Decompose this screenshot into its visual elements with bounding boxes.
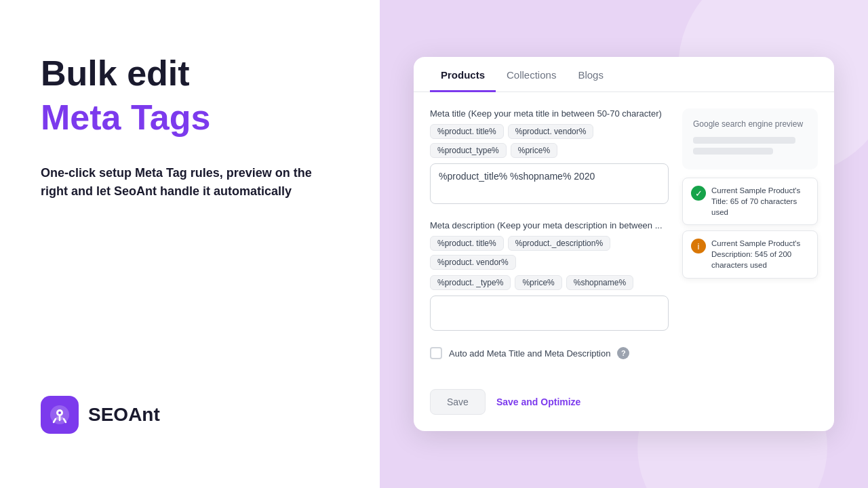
tag-product-type[interactable]: %product_type% xyxy=(430,143,507,158)
meta-title-tags: %product. title% %product. vendor% %prod… xyxy=(430,124,669,158)
description-text: One-click setup Meta Tag rules, preview … xyxy=(41,164,339,201)
tag-price[interactable]: %price% xyxy=(511,143,557,158)
status-text-title: Current Sample Product's Title: 65 of 70… xyxy=(711,185,809,218)
tag-product-title[interactable]: %product. title% xyxy=(430,124,504,139)
save-optimize-button[interactable]: Save and Optimize xyxy=(496,390,580,414)
tab-collections[interactable]: Collections xyxy=(496,57,567,92)
tag-desc-price[interactable]: %price% xyxy=(515,275,561,290)
tag-product-vendor[interactable]: %product. vendor% xyxy=(508,124,594,139)
tag-desc-type[interactable]: %product. _type% xyxy=(430,275,511,290)
meta-title-group: Meta title (Keep your meta title in betw… xyxy=(430,108,669,207)
tag-desc-shopname[interactable]: %shopname% xyxy=(566,275,633,290)
brand-footer: SEOAnt xyxy=(41,396,339,434)
svg-point-6 xyxy=(56,416,64,420)
left-content: Bulk edit Meta Tags One-click setup Meta… xyxy=(41,54,339,396)
meta-description-label: Meta description (Keep your meta descrip… xyxy=(430,220,669,230)
tabs-bar: Products Collections Blogs xyxy=(414,57,834,92)
meta-title-label: Meta title (Keep your meta title in betw… xyxy=(430,108,669,119)
auto-add-checkbox-row: Auto add Meta Title and Meta Description… xyxy=(430,347,669,359)
tag-desc-vendor[interactable]: %product. vendor% xyxy=(430,255,516,270)
meta-description-input[interactable] xyxy=(430,296,669,331)
seoant-logo-icon xyxy=(49,404,71,426)
meta-description-group: Meta description (Keep your meta descrip… xyxy=(430,220,669,333)
preview-box: Google search engine preview xyxy=(682,108,818,169)
right-panel: Products Collections Blogs Meta title (K… xyxy=(380,0,868,488)
meta-desc-tags-row2: %product. _type% %price% %shopname% xyxy=(430,275,669,290)
tab-products[interactable]: Products xyxy=(430,57,496,92)
tag-desc-description[interactable]: %product._description% xyxy=(508,236,610,251)
tab-blogs[interactable]: Blogs xyxy=(567,57,614,92)
tag-desc-product-title[interactable]: %product. title% xyxy=(430,236,504,251)
help-icon[interactable]: ? xyxy=(617,347,629,359)
preview-line-2 xyxy=(693,148,773,155)
status-text-description: Current Sample Product's Description: 54… xyxy=(711,238,809,270)
preview-title: Google search engine preview xyxy=(693,119,807,129)
form-section: Meta title (Keep your meta title in betw… xyxy=(430,108,669,373)
card-body: Meta title (Keep your meta title in betw… xyxy=(414,92,834,389)
checkbox-label: Auto add Meta Title and Meta Description xyxy=(449,348,610,359)
save-button[interactable]: Save xyxy=(430,389,486,415)
status-message-description: i Current Sample Product's Description: … xyxy=(682,230,818,278)
meta-title-input[interactable]: %product_title% %shopname% 2020 xyxy=(430,163,669,204)
brand-logo xyxy=(41,396,79,434)
action-row: Save Save and Optimize xyxy=(414,389,834,431)
status-icon-green: ✓ xyxy=(691,186,706,201)
headline-black: Bulk edit xyxy=(41,54,339,93)
preview-line-1 xyxy=(693,137,795,144)
main-card: Products Collections Blogs Meta title (K… xyxy=(414,57,834,431)
preview-panel: Google search engine preview ✓ Current S… xyxy=(682,108,818,373)
status-icon-amber: i xyxy=(691,239,706,253)
headline-purple: Meta Tags xyxy=(41,98,339,137)
left-panel: Bulk edit Meta Tags One-click setup Meta… xyxy=(0,0,380,488)
meta-desc-tags-row1: %product. title% %product._description% … xyxy=(430,236,669,270)
status-message-title: ✓ Current Sample Product's Title: 65 of … xyxy=(682,178,818,225)
auto-add-checkbox[interactable] xyxy=(430,347,442,359)
svg-point-2 xyxy=(58,411,61,414)
brand-name: SEOAnt xyxy=(88,404,160,426)
